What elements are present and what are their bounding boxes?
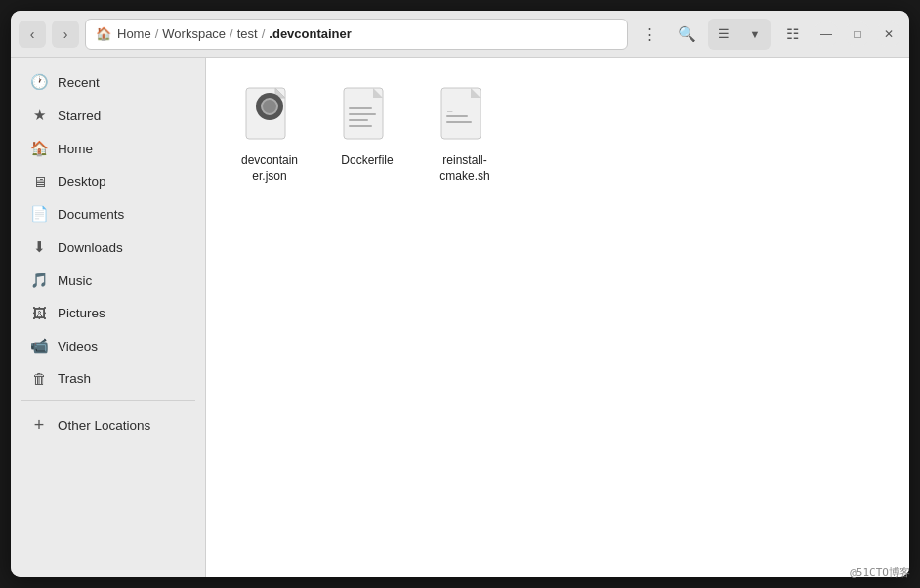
sidebar-label-home: Home: [58, 142, 93, 156]
downloads-icon: ⬇: [30, 238, 48, 256]
breadcrumb-current: .devcontainer: [269, 26, 352, 41]
file-label-reinstall-cmake: reinstall-cmake.sh: [439, 153, 489, 184]
maximize-button[interactable]: □: [845, 21, 870, 47]
sidebar-label-downloads: Downloads: [58, 240, 123, 255]
sidebar-label-trash: Trash: [58, 371, 91, 386]
sidebar-item-home[interactable]: 🏠 Home: [17, 133, 199, 164]
videos-icon: 📹: [30, 337, 48, 355]
breadcrumb-sep-3: /: [262, 26, 266, 41]
breadcrumb[interactable]: 🏠 Home / Workspace / test / .devcontaine…: [85, 19, 628, 50]
file-item-reinstall-cmake[interactable]: _ reinstall-cmake.sh: [421, 77, 509, 191]
sidebar-label-documents: Documents: [58, 207, 124, 222]
sidebar-label-starred: Starred: [58, 108, 101, 123]
home-icon: 🏠: [96, 26, 111, 41]
sidebar-label-other-locations: Other Locations: [58, 418, 150, 433]
close-button[interactable]: ✕: [876, 21, 901, 47]
more-options-button[interactable]: ⋮: [634, 19, 665, 50]
back-button[interactable]: ‹: [19, 21, 46, 48]
sidebar-item-pictures[interactable]: 🖼 Pictures: [17, 298, 199, 328]
file-item-devcontainer-json[interactable]: devcontainer.json: [226, 77, 314, 191]
search-button[interactable]: 🔍: [671, 19, 702, 50]
sidebar-item-documents[interactable]: 📄 Documents: [17, 198, 199, 230]
svg-text:_: _: [447, 103, 453, 112]
file-manager-window: ‹ › 🏠 Home / Workspace / test / .devcont…: [11, 11, 909, 577]
sidebar-label-recent: Recent: [58, 75, 100, 90]
view-toggle-group: ☰ ▼: [708, 19, 771, 50]
desktop-icon: 🖥: [30, 173, 48, 189]
view-options-button[interactable]: ▼: [739, 19, 771, 50]
music-icon: 🎵: [30, 272, 48, 289]
breadcrumb-home[interactable]: Home: [117, 26, 151, 41]
pictures-icon: 🖼: [30, 305, 48, 321]
sidebar-item-videos[interactable]: 📹 Videos: [17, 330, 199, 361]
breadcrumb-sep-1: /: [155, 26, 159, 41]
breadcrumb-test[interactable]: test: [237, 26, 258, 41]
watermark: @51CTO博客: [850, 566, 910, 580]
forward-button[interactable]: ›: [52, 21, 79, 48]
sidebar-item-recent[interactable]: 🕐 Recent: [17, 66, 199, 98]
file-label-dockerfile: Dockerfile: [341, 153, 393, 169]
sidebar: 🕐 Recent ★ Starred 🏠 Home 🖥 Desktop 📄 Do: [11, 58, 206, 577]
file-label-devcontainer-json: devcontainer.json: [241, 153, 298, 184]
main-area: 🕐 Recent ★ Starred 🏠 Home 🖥 Desktop 📄 Do: [11, 58, 909, 577]
list-view-button[interactable]: ☰: [708, 19, 739, 50]
file-icon-devcontainer-json: [242, 85, 297, 147]
titlebar: ‹ › 🏠 Home / Workspace / test / .devcont…: [11, 11, 909, 58]
file-item-dockerfile[interactable]: Dockerfile: [323, 77, 411, 191]
sidebar-item-downloads[interactable]: ⬇ Downloads: [17, 231, 199, 263]
sidebar-label-pictures: Pictures: [58, 306, 105, 320]
grid-view-button[interactable]: ☷: [776, 19, 808, 50]
sidebar-label-videos: Videos: [58, 339, 98, 354]
home-nav-icon: 🏠: [30, 140, 48, 157]
sidebar-divider: [21, 400, 195, 401]
sidebar-item-other-locations[interactable]: + Other Locations: [17, 408, 199, 442]
breadcrumb-workspace[interactable]: Workspace: [162, 26, 226, 41]
sidebar-item-music[interactable]: 🎵 Music: [17, 265, 199, 296]
sidebar-item-desktop[interactable]: 🖥 Desktop: [17, 166, 199, 196]
sidebar-item-starred[interactable]: ★ Starred: [17, 100, 199, 131]
file-area: devcontainer.json Dockerfile: [206, 58, 909, 577]
file-icon-dockerfile: [340, 85, 395, 147]
starred-icon: ★: [30, 106, 48, 124]
minimize-button[interactable]: —: [814, 21, 839, 47]
file-icon-reinstall-cmake: _: [438, 85, 492, 147]
trash-icon: 🗑: [30, 370, 48, 387]
sidebar-label-music: Music: [58, 273, 92, 288]
recent-icon: 🕐: [30, 73, 48, 91]
other-locations-icon: +: [30, 415, 48, 436]
sidebar-item-trash[interactable]: 🗑 Trash: [17, 363, 199, 394]
documents-icon: 📄: [30, 205, 48, 223]
breadcrumb-sep-2: /: [230, 26, 233, 41]
sidebar-label-desktop: Desktop: [58, 174, 106, 189]
